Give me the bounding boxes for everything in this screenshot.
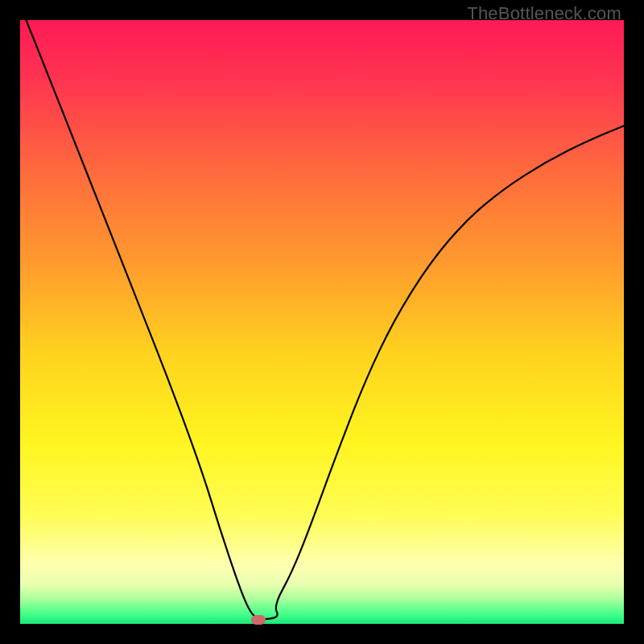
optimum-marker [251,615,266,625]
chart-svg [20,20,624,624]
chart-background [20,20,624,624]
chart-frame [20,20,624,624]
